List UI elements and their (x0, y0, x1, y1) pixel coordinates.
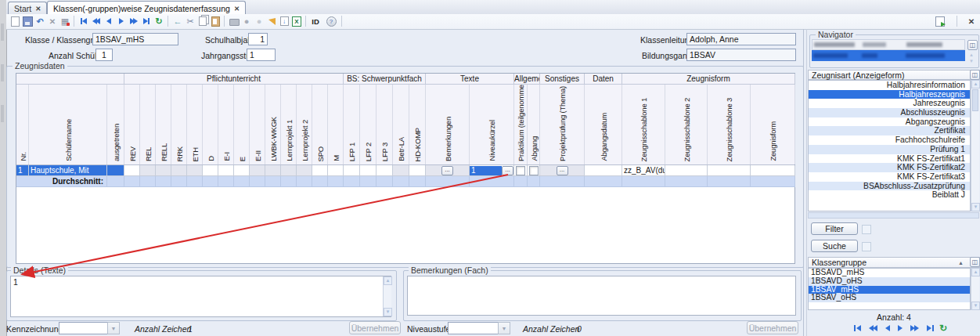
cut-icon[interactable]: ✂ (185, 16, 196, 27)
cell-bemerkungen[interactable]: ... (426, 165, 470, 176)
niveaustufe-combobox[interactable]: ▼ (448, 322, 510, 334)
fast-backward-icon[interactable] (869, 325, 877, 331)
list-item[interactable]: 1BSAVD_oHS (809, 277, 970, 286)
list-item[interactable]: Abschlusszeugnis (809, 108, 970, 117)
grade-cell[interactable] (297, 165, 312, 176)
ellipsis-button[interactable]: ... (557, 166, 568, 175)
tab-start[interactable]: Start ✕ (8, 2, 47, 15)
id-button[interactable]: ID (310, 16, 321, 27)
splitter[interactable] (803, 29, 804, 336)
grade-cell[interactable] (265, 165, 281, 176)
details-textarea[interactable]: 1 (10, 276, 391, 317)
uebernehmen-button[interactable]: Übernehmen (747, 321, 798, 334)
list-item[interactable]: Prüfung 1 (809, 145, 970, 154)
grade-cell[interactable] (171, 165, 187, 176)
navigator-selected-row[interactable] (812, 50, 965, 61)
last-record-icon[interactable] (927, 325, 934, 331)
scrollbar-thumb[interactable] (972, 89, 978, 111)
grade-cell[interactable] (250, 165, 265, 176)
cell-niveaukuerzel[interactable]: 1... (470, 165, 514, 176)
new-record-icon[interactable] (9, 16, 20, 27)
info-icon[interactable]: ? (326, 16, 337, 27)
close-panel-icon[interactable]: ✕ (966, 16, 977, 27)
grade-cell[interactable] (312, 165, 328, 176)
grade-cell[interactable] (156, 165, 171, 176)
cell-ausgetreten[interactable] (107, 165, 124, 176)
print-icon[interactable] (229, 16, 240, 27)
praktikum-checkbox[interactable] (516, 166, 525, 175)
zeugnisart-scrollbar[interactable]: ▲ ▼ (971, 80, 979, 211)
cell-abgang[interactable] (528, 165, 540, 176)
scroll-down-icon[interactable]: ▼ (971, 302, 980, 310)
lamp-icon[interactable]: ● (254, 16, 265, 27)
cell-nr[interactable]: 1 (16, 165, 29, 176)
close-icon[interactable]: ✕ (234, 5, 240, 13)
grade-cell[interactable] (708, 165, 751, 176)
excel-export-icon[interactable]: X (291, 16, 302, 27)
sphere-icon[interactable]: ● (241, 16, 252, 27)
grade-cell[interactable] (409, 165, 426, 176)
list-item[interactable]: Jahreszeugnis (809, 99, 970, 108)
back-arrow-icon[interactable]: ← (172, 16, 183, 27)
ellipsis-button[interactable]: ... (441, 166, 453, 175)
next-record-icon[interactable] (116, 16, 127, 27)
previous-record-icon[interactable] (103, 16, 114, 27)
first-record-icon[interactable] (854, 325, 861, 331)
sort-asc-icon[interactable]: ▲ (958, 260, 964, 266)
delete-icon[interactable]: ✕ (47, 16, 58, 27)
niveau-input[interactable]: 1 (470, 166, 502, 175)
abgang-checkbox[interactable] (529, 166, 539, 175)
chevron-down-icon[interactable]: ▼ (498, 322, 510, 334)
jahrgangsstufe-input[interactable]: 1 (247, 49, 276, 61)
klasse-input[interactable]: 1BSAV_mHS (92, 33, 178, 45)
grade-cell[interactable] (344, 165, 360, 176)
grade-cell[interactable] (393, 165, 409, 176)
grade-cell[interactable] (124, 165, 140, 176)
klassengruppe-panel-header[interactable]: Klassengruppe ▲ (808, 257, 980, 268)
paste-icon[interactable] (210, 16, 221, 27)
filter-button[interactable]: Filter (811, 222, 858, 235)
fast-forward-icon[interactable] (128, 16, 139, 27)
scroll-up-icon[interactable]: ▲ (969, 52, 974, 57)
refresh-icon[interactable]: ↻ (153, 16, 164, 27)
fast-backward-icon[interactable] (91, 16, 102, 27)
navigator-header-row[interactable] (812, 39, 965, 50)
uebernehmen-button[interactable]: Übernehmen (349, 321, 401, 334)
klassenleitung-input[interactable]: Adolph, Anne (686, 33, 796, 45)
filter-horn-icon[interactable] (266, 16, 277, 27)
ellipsis-button[interactable]: ... (502, 166, 513, 175)
first-record-icon[interactable] (78, 16, 89, 27)
grade-cell[interactable] (218, 165, 234, 176)
schulhalbjahr-input[interactable]: 1 (248, 33, 268, 45)
klassengruppe-scrollbar[interactable]: ▲ ▼ (971, 268, 979, 310)
fast-forward-icon[interactable] (910, 325, 919, 331)
grade-cell[interactable] (377, 165, 393, 176)
kennzeichnung-combobox[interactable]: ▼ (59, 322, 120, 334)
cell-projektpruefung[interactable]: ... (540, 165, 585, 176)
cell-praktikum[interactable] (514, 165, 528, 176)
list-item[interactable]: KMK FS-Zertifikat1 (809, 154, 970, 164)
copy-icon[interactable] (197, 16, 208, 27)
list-item[interactable]: Abgangszeugnis (809, 117, 970, 127)
filter-checkbox[interactable] (862, 225, 871, 234)
pin-panel-icon[interactable]: ◫ (967, 40, 978, 50)
list-item[interactable]: KMK FS-Zertifikat3 (809, 172, 970, 182)
bildungsgang-input[interactable]: 1BSAV (686, 49, 796, 61)
grade-cell[interactable] (281, 165, 297, 176)
list-item[interactable]: Halbjahresinformation (809, 81, 970, 90)
grade-cell[interactable] (751, 165, 795, 176)
list-item[interactable]: Zertifikat (809, 126, 970, 135)
refresh-icon[interactable]: ↻ (939, 323, 947, 334)
list-item[interactable]: Fachhochschulreife (809, 135, 970, 145)
undock-panel-icon[interactable] (935, 16, 946, 27)
save-icon[interactable] (22, 16, 33, 27)
scroll-down-icon[interactable]: ▼ (971, 203, 980, 211)
pin-panel-icon[interactable]: ◫ (970, 70, 980, 80)
scroll-up-icon[interactable]: ▲ (971, 80, 980, 89)
list-item[interactable]: KMK FS-Zertifikat2 (809, 163, 970, 172)
cell-schuelername[interactable]: Hauptschule, Mit (29, 165, 107, 176)
scroll-up-icon[interactable]: ▲ (384, 276, 392, 285)
undo-icon[interactable]: ↶ (34, 16, 45, 27)
chevron-down-icon[interactable]: ▼ (107, 322, 120, 334)
grade-cell[interactable] (665, 165, 708, 176)
